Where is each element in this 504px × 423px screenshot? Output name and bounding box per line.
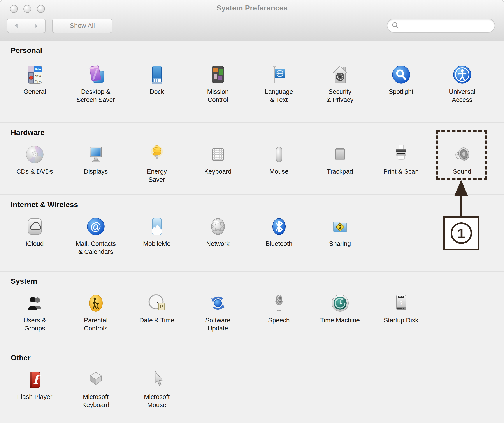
- svg-text:f: f: [33, 372, 41, 387]
- users-groups-icon: [24, 293, 45, 314]
- time-machine-icon: [330, 293, 351, 314]
- language-text-icon: [269, 64, 289, 85]
- pref-item-software-update[interactable]: Software Update: [187, 293, 248, 332]
- section-title: Personal: [11, 46, 42, 55]
- pref-label: Displays: [84, 168, 108, 176]
- speech-icon: [269, 293, 289, 314]
- pref-label: Print & Scan: [384, 168, 419, 176]
- section-hardware: Hardware CDs & DVDs: [0, 122, 504, 194]
- search-icon: [391, 21, 400, 30]
- pref-item-mail-contacts-calendars[interactable]: @ Mail, Contacts & Calendars: [65, 216, 126, 256]
- pref-item-microsoft-mouse[interactable]: Microsoft Mouse: [126, 369, 187, 409]
- pref-item-security-privacy[interactable]: Security & Privacy: [309, 64, 371, 104]
- universal-access-icon: [452, 64, 473, 85]
- network-icon: [207, 216, 228, 237]
- icon-grid: CDs & DVDs Displays: [4, 144, 493, 184]
- pref-label: Mouse: [269, 168, 288, 176]
- svg-text:File: File: [35, 67, 41, 71]
- pref-label: Bluetooth: [265, 240, 292, 248]
- history-nav: [7, 19, 46, 33]
- icon-grid: File New Ope General: [4, 64, 493, 104]
- desktop-screensaver-icon: [85, 64, 106, 85]
- preferences-content: Personal File New: [0, 41, 504, 423]
- dock-icon: [146, 64, 168, 85]
- pref-item-parental-controls[interactable]: Parental Controls: [65, 293, 126, 332]
- mission-control-icon: [207, 64, 228, 85]
- pref-label: Mission Control: [207, 88, 228, 104]
- pref-label: Keyboard: [204, 168, 231, 176]
- section-title: Hardware: [11, 128, 45, 137]
- pref-item-print-scan[interactable]: Print & Scan: [371, 144, 432, 184]
- back-button[interactable]: [7, 19, 26, 33]
- callout-arrow-shaft: [460, 195, 462, 217]
- svg-text:Ope: Ope: [35, 80, 41, 83]
- pref-item-spotlight[interactable]: Spotlight: [371, 64, 432, 104]
- pref-label: Software Update: [205, 316, 230, 332]
- search-input[interactable]: [387, 19, 495, 33]
- pref-item-universal-access[interactable]: Universal Access: [432, 64, 493, 104]
- pref-item-flash-player[interactable]: f Flash Player: [4, 369, 65, 409]
- pref-item-trackpad[interactable]: Trackpad: [309, 144, 371, 184]
- window-title: System Preferences: [0, 4, 504, 12]
- pref-label: Microsoft Mouse: [144, 393, 170, 409]
- forward-button[interactable]: [26, 19, 45, 33]
- pref-item-cds-dvds[interactable]: CDs & DVDs: [4, 144, 65, 184]
- mobileme-icon: [146, 216, 168, 237]
- mouse-icon: [269, 144, 289, 165]
- pref-item-mobileme[interactable]: MobileMe: [126, 216, 187, 256]
- search-field-wrap: [387, 19, 495, 33]
- pref-item-mouse[interactable]: Mouse: [248, 144, 309, 184]
- date-time-icon: 18: [146, 293, 168, 314]
- pref-item-dock[interactable]: Dock: [126, 64, 187, 104]
- svg-text:18: 18: [160, 305, 163, 309]
- print-scan-icon: [391, 144, 412, 165]
- microsoft-mouse-icon: [146, 369, 168, 390]
- pref-item-startup-disk[interactable]: ? Startup Disk: [371, 293, 432, 332]
- pref-label: General: [24, 88, 46, 96]
- pref-item-general[interactable]: File New Ope General: [4, 64, 65, 104]
- pref-item-displays[interactable]: Displays: [65, 144, 126, 184]
- pref-label: Energy Saver: [147, 168, 167, 184]
- pref-item-users-groups[interactable]: Users & Groups: [4, 293, 65, 332]
- pref-item-sharing[interactable]: Sharing: [309, 216, 371, 256]
- pref-label: Parental Controls: [84, 316, 108, 332]
- pref-label: Date & Time: [139, 316, 174, 324]
- displays-icon: [85, 144, 106, 165]
- pref-label: Startup Disk: [384, 316, 418, 324]
- callout-number: 1: [451, 223, 472, 244]
- pref-label: Trackpad: [327, 168, 353, 176]
- pref-item-microsoft-keyboard[interactable]: Microsoft Keyboard: [65, 369, 126, 409]
- system-preferences-window: System Preferences Show All Personal: [0, 0, 504, 423]
- section-title: System: [11, 277, 37, 285]
- pref-label: Universal Access: [449, 88, 475, 104]
- pref-item-bluetooth[interactable]: Bluetooth: [248, 216, 309, 256]
- pref-item-time-machine[interactable]: Time Machine: [309, 293, 371, 332]
- pref-item-language-text[interactable]: Language & Text: [248, 64, 309, 104]
- pref-label: Dock: [150, 88, 164, 96]
- show-all-button[interactable]: Show All: [52, 19, 113, 33]
- pref-item-mission-control[interactable]: Mission Control: [187, 64, 248, 104]
- section-internet-wireless: Internet & Wireless iCloud @ Mail, Conta…: [0, 194, 504, 271]
- pref-item-network[interactable]: Network: [187, 216, 248, 256]
- pref-label: iCloud: [26, 240, 43, 248]
- section-personal: Personal File New: [0, 41, 504, 122]
- pref-item-energy-saver[interactable]: Energy Saver: [126, 144, 187, 184]
- mail-contacts-icon: @: [85, 216, 106, 237]
- svg-text:?: ?: [399, 300, 403, 306]
- pref-label: Mail, Contacts & Calendars: [76, 240, 116, 256]
- icloud-icon: [24, 216, 45, 237]
- cd-dvd-icon: [24, 144, 45, 165]
- pref-item-keyboard[interactable]: Keyboard: [187, 144, 248, 184]
- parental-controls-icon: [85, 293, 106, 314]
- bluetooth-icon: [269, 216, 289, 237]
- pref-item-icloud[interactable]: iCloud: [4, 216, 65, 256]
- pref-item-speech[interactable]: Speech: [248, 293, 309, 332]
- icon-grid: f Flash Player Microsoft Keyboard: [4, 369, 493, 409]
- callout-number-box: 1: [443, 216, 479, 250]
- pref-item-desktop-screensaver[interactable]: Desktop & Screen Saver: [65, 64, 126, 104]
- flash-player-icon: f: [24, 369, 45, 390]
- pref-item-date-time[interactable]: 18 Date & Time: [126, 293, 187, 332]
- icon-grid: Users & Groups Parental Controls: [4, 293, 493, 332]
- svg-text:New: New: [35, 74, 41, 78]
- pref-label: CDs & DVDs: [16, 168, 53, 176]
